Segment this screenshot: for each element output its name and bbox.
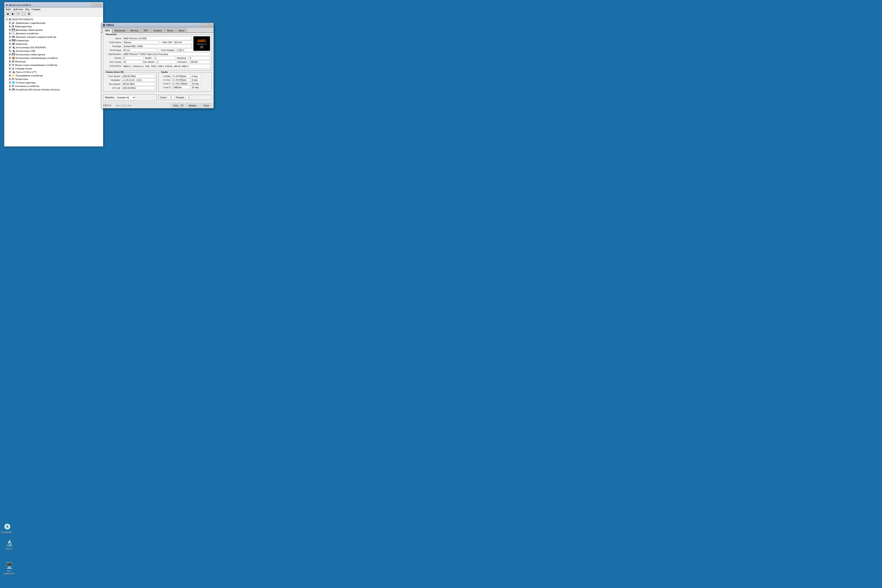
package-value: Socket AM2+ (940) bbox=[122, 45, 191, 48]
properties-button[interactable]: 📋 bbox=[21, 12, 26, 16]
expand-processors[interactable]: ▶ bbox=[9, 78, 11, 80]
tree-item-mouse[interactable]: ▶ 🖱 Мыши и иные указывающие устройства bbox=[9, 63, 102, 67]
expand-print[interactable]: ▶ bbox=[9, 67, 11, 70]
back-button[interactable]: ◀ bbox=[5, 12, 10, 16]
desktop-icon-thispc[interactable]: 🖥️ Этоткомпьютер bbox=[2, 561, 16, 576]
tab-memory[interactable]: Memory bbox=[128, 28, 141, 32]
l1inst-way: 2-way bbox=[191, 78, 201, 81]
expand-mouse[interactable]: ▶ bbox=[9, 64, 11, 66]
spec-label: Specification bbox=[105, 53, 122, 56]
menu-action[interactable]: Действие bbox=[13, 8, 23, 10]
cpuz-window: ⚙ CPU-Z — □ ✕ CPU Mainboard Memory SPD G… bbox=[101, 23, 214, 108]
tools-button[interactable]: Tools bbox=[171, 104, 180, 107]
busspeed-row: Bus Speed 200.92 MHz bbox=[105, 82, 155, 86]
tree-item-keyboard[interactable]: ▶ ⌨ Клавиатуры bbox=[9, 39, 102, 42]
tree-root-item[interactable]: ▼ 🖥 DESKTOP-6S3KUP2 bbox=[5, 18, 102, 21]
tree-item-monitors[interactable]: ▶ 🖥 Мониторы bbox=[9, 60, 102, 63]
monitor-button[interactable]: 🖥 bbox=[27, 12, 31, 16]
cpuz-titlebar: ⚙ CPU-Z — □ ✕ bbox=[101, 23, 213, 28]
expand-ports[interactable]: ▶ bbox=[9, 71, 11, 73]
technology-value: 65 nm bbox=[122, 48, 157, 52]
tree-item-processors[interactable]: ▶ ⚙ Процессоры bbox=[9, 77, 102, 81]
tree-item-network[interactable]: ▶ 🌐 Сетевые адаптеры bbox=[9, 81, 102, 84]
tools-arrow-button[interactable]: ▼ bbox=[180, 104, 184, 107]
cpuz-minimize[interactable]: — bbox=[200, 24, 204, 27]
cpuz-close[interactable]: ✕ bbox=[208, 24, 212, 27]
cpuz-tabs: CPU Mainboard Memory SPD Graphics Bench … bbox=[101, 28, 213, 33]
l1data-label: L1Data bbox=[160, 75, 172, 77]
cpuz-maximize[interactable]: □ bbox=[204, 24, 208, 27]
tree-item-ide[interactable]: ▶ 🔌 Контроллеры IDE ATA/ATAPI bbox=[9, 46, 102, 49]
expand-ide[interactable]: ▶ bbox=[9, 46, 11, 49]
menu-help[interactable]: Справка bbox=[32, 8, 40, 10]
expand-usb[interactable]: ▶ bbox=[9, 50, 11, 52]
video-label: Видеоадаптеры bbox=[15, 25, 32, 28]
tree-item-disk[interactable]: ▶ 💿 Дисковые устройства bbox=[9, 32, 102, 35]
tree-item-ports[interactable]: ▶ 🔌 Порты (COM и LPT) bbox=[9, 70, 102, 74]
expand-audio[interactable]: ▶ bbox=[9, 22, 11, 24]
l1inst-value: 3 x 64 KBytes bbox=[172, 78, 190, 81]
tree-item-floppy[interactable]: ▶ 💾 Дисководы гибких дисков bbox=[9, 28, 102, 32]
expand-root[interactable]: ▼ bbox=[6, 18, 8, 21]
expand-floppy[interactable]: ▶ bbox=[9, 29, 11, 31]
keyboard-label: Клавиатуры bbox=[16, 39, 29, 42]
tree-item-software[interactable]: ▶ 📁 Программные устройства bbox=[9, 74, 102, 77]
close-button[interactable]: × bbox=[99, 3, 102, 6]
tab-graphics[interactable]: Graphics bbox=[151, 28, 165, 32]
tree-item-system[interactable]: ▶ ⚙ Системные устройства bbox=[9, 84, 102, 88]
network-icon: 🌐 bbox=[12, 81, 15, 84]
desktop-icon-crystaldisk[interactable]: 💿 CrystalDisk... bbox=[0, 522, 15, 534]
tab-mainboard[interactable]: Mainboard bbox=[112, 28, 128, 32]
desktop-icon-speccy[interactable]: 🔬 Speccy bbox=[2, 538, 16, 551]
tree-item-floppy-ctrl[interactable]: ▶ 💾 Контроллеры гибких дисков bbox=[9, 52, 102, 56]
expand-computer[interactable]: ▶ bbox=[9, 43, 11, 45]
forward-button[interactable]: ▶ bbox=[10, 12, 15, 16]
tree-item-computer[interactable]: ▶ 💻 Компьютер bbox=[9, 42, 102, 46]
menu-view[interactable]: Вид bbox=[25, 8, 29, 10]
tab-cpu[interactable]: CPU bbox=[103, 28, 112, 33]
cores-value: 3 bbox=[168, 96, 174, 99]
tree-item-audio[interactable]: ▶ 🔊 Аудиовходы и аудиовыходы bbox=[9, 21, 102, 25]
extfamily-row: Ext. Family 10 Ext. Model 2 Revision DR-… bbox=[105, 60, 210, 64]
expand-system[interactable]: ▶ bbox=[9, 85, 11, 87]
cpuz-controls: — □ ✕ bbox=[200, 24, 212, 27]
expand-network[interactable]: ▶ bbox=[9, 81, 11, 84]
expand-hid[interactable]: ▶ bbox=[9, 88, 11, 91]
speccy-icon: 🔬 bbox=[5, 539, 14, 547]
window-controls: _ □ × bbox=[91, 3, 102, 6]
help-button[interactable]: ? bbox=[16, 12, 21, 16]
family-label: Family bbox=[105, 57, 122, 59]
tools-dropdown: Tools ▼ bbox=[171, 104, 184, 107]
validate-button[interactable]: Validate bbox=[186, 104, 199, 107]
root-label: DESKTOP-6S3KUP2 bbox=[12, 18, 33, 21]
corespeed-label: Core Speed bbox=[105, 75, 122, 77]
selection-dropdown[interactable]: Socket #1 bbox=[115, 95, 136, 100]
expand-keyboard[interactable]: ▶ bbox=[9, 39, 11, 42]
tree-item-sound[interactable]: ▶ 🎮 Звуковые, игровые и видеоустройства bbox=[9, 35, 102, 39]
expand-disk[interactable]: ▶ bbox=[9, 32, 11, 34]
tab-about[interactable]: About bbox=[176, 28, 187, 32]
tree-item-print[interactable]: ▶ 🖨 Очереди печати bbox=[9, 67, 102, 70]
tab-spd[interactable]: SPD bbox=[141, 28, 150, 32]
close-cpuz-button[interactable]: Close bbox=[201, 104, 212, 107]
tab-bench[interactable]: Bench bbox=[165, 28, 176, 32]
stepping-label: Stepping bbox=[175, 57, 189, 59]
tree-item-video[interactable]: ▶ 🖥 Видеоадаптеры bbox=[9, 25, 102, 28]
keyboard-icon: ⌨ bbox=[12, 39, 16, 42]
tree-item-hid[interactable]: ▶ 🎮 Устройства HID (Human Interface Devi… bbox=[9, 88, 102, 91]
maximize-button[interactable]: □ bbox=[95, 3, 98, 6]
expand-sound[interactable]: ▶ bbox=[9, 36, 11, 38]
menu-file[interactable]: Файл bbox=[6, 8, 11, 10]
clocks-section-label: Clocks (Core #0) bbox=[105, 71, 124, 73]
tree-item-usb[interactable]: ▶ 🔌 Контроллеры USB bbox=[9, 49, 102, 52]
print-icon: 🖨 bbox=[12, 67, 15, 70]
minimize-button[interactable]: _ bbox=[91, 3, 94, 6]
expand-floppy-ctrl[interactable]: ▶ bbox=[9, 53, 11, 56]
expand-video[interactable]: ▶ bbox=[9, 25, 11, 28]
corespeed-row: Core Speed 1054.83 MHz bbox=[105, 75, 155, 78]
expand-monitors[interactable]: ▶ bbox=[9, 60, 11, 63]
expand-storage[interactable]: ▶ bbox=[9, 57, 11, 59]
threads-label: Threads bbox=[176, 96, 184, 99]
tree-item-storage[interactable]: ▶ 📦 Контроллеры запоминающих устройств bbox=[9, 56, 102, 60]
expand-software[interactable]: ▶ bbox=[9, 74, 11, 77]
